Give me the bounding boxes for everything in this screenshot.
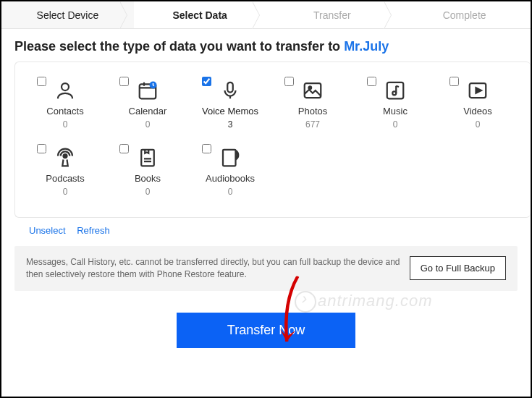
step-complete: Complete [398, 1, 531, 28]
count-photos: 677 [305, 119, 320, 130]
backup-note: Messages, Call History, etc. cannot be t… [14, 246, 518, 291]
target-device-name: Mr.July [344, 39, 389, 54]
data-type-voice-memos[interactable]: Voice Memos3 [189, 74, 271, 141]
backup-note-text: Messages, Call History, etc. cannot be t… [26, 256, 401, 281]
svg-rect-11 [223, 150, 236, 166]
svg-point-0 [62, 83, 69, 90]
calendar-icon [135, 78, 160, 103]
count-contacts: 0 [63, 119, 68, 130]
checkbox-music[interactable] [367, 77, 376, 86]
count-podcasts: 0 [63, 187, 68, 197]
data-type-videos[interactable]: Videos0 [436, 74, 519, 141]
instruction-text: Please select the type of data you want … [1, 29, 531, 62]
count-books: 0 [145, 187, 151, 197]
count-videos: 0 [476, 119, 481, 130]
label-voice-memos: Voice Memos [202, 106, 258, 117]
refresh-link[interactable]: Refresh [77, 225, 110, 236]
checkbox-voice-memos[interactable] [202, 77, 211, 86]
podcasts-icon [53, 145, 77, 170]
photos-icon [300, 78, 325, 103]
data-types-panel: Contacts0Calendar0Voice Memos3Photos677M… [14, 62, 531, 218]
label-calendar: Calendar [129, 106, 167, 117]
label-photos: Photos [298, 106, 327, 117]
contacts-icon [53, 78, 77, 103]
data-type-audiobooks[interactable]: Audiobooks0 [189, 141, 271, 208]
svg-rect-6 [387, 82, 404, 99]
data-type-podcasts[interactable]: Podcasts0 [24, 141, 106, 208]
selection-links: Unselect Refresh [1, 218, 531, 243]
count-voice-memos: 3 [228, 119, 233, 130]
label-music: Music [383, 106, 408, 117]
checkbox-podcasts[interactable] [37, 144, 46, 153]
count-calendar: 0 [145, 119, 151, 130]
checkbox-photos[interactable] [284, 77, 294, 86]
count-audiobooks: 0 [228, 187, 233, 197]
checkbox-contacts[interactable] [37, 77, 46, 86]
mic-icon [218, 78, 242, 103]
svg-point-7 [392, 91, 396, 95]
data-type-calendar[interactable]: Calendar0 [106, 74, 189, 141]
label-books: Books [135, 173, 161, 184]
unselect-link[interactable]: Unselect [29, 225, 66, 236]
watermark: antrimang.com [295, 291, 433, 313]
svg-rect-4 [305, 83, 321, 98]
checkbox-audiobooks[interactable] [202, 144, 211, 153]
data-type-contacts[interactable]: Contacts0 [24, 74, 106, 141]
checkbox-videos[interactable] [449, 77, 459, 86]
label-podcasts: Podcasts [46, 173, 84, 184]
checkbox-books[interactable] [119, 144, 129, 153]
step-select-data[interactable]: Select Data [134, 1, 266, 28]
data-type-photos[interactable]: Photos677 [271, 74, 354, 141]
data-type-music[interactable]: Music0 [354, 74, 436, 141]
svg-rect-3 [227, 82, 233, 93]
step-transfer: Transfer [266, 1, 399, 28]
step-select-device[interactable]: Select Device [1, 1, 134, 28]
videos-icon [465, 78, 490, 103]
music-icon [383, 78, 408, 103]
label-videos: Videos [463, 106, 492, 117]
label-audiobooks: Audiobooks [206, 173, 255, 184]
data-type-books[interactable]: Books0 [106, 141, 189, 208]
checkbox-calendar[interactable] [119, 77, 129, 86]
audiobooks-icon [218, 145, 242, 170]
svg-point-5 [308, 86, 311, 89]
label-contacts: Contacts [46, 106, 83, 117]
svg-point-9 [64, 154, 67, 158]
count-music: 0 [393, 119, 398, 130]
steps-header: Select Device Select Data Transfer Compl… [1, 1, 531, 29]
go-to-full-backup-button[interactable]: Go to Full Backup [410, 256, 506, 280]
transfer-now-button[interactable]: Transfer Now [177, 313, 355, 348]
books-icon [135, 145, 160, 170]
